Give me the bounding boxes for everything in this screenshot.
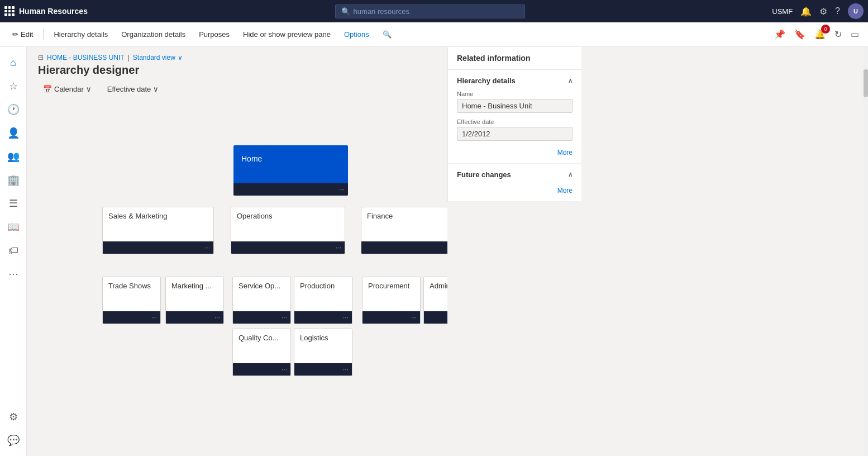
effective-date-field-group: Effective date 1/2/2012 [457,118,573,141]
future-changes-more-link[interactable]: More [557,187,573,194]
sidebar-item-recent[interactable]: 🕐 [2,98,25,121]
name-value: Home - Business Unit [457,99,573,113]
effective-date-label: Effective date [457,118,573,125]
node-home-dots[interactable]: ··· [339,186,345,193]
node-procurement-footer: ··· [363,311,420,324]
node-home-footer: ··· [233,183,348,196]
calendar-filter[interactable]: 📅 Calendar ∨ [38,82,97,96]
hierarchy-more-link[interactable]: More [557,149,573,156]
pin-button[interactable]: 📌 [772,27,788,42]
node-trade-shows-footer: ··· [103,311,160,324]
node-home[interactable]: Home ··· [233,145,348,196]
hierarchy-details-button[interactable]: Hierarchy details [48,27,113,42]
sidebar-item-home[interactable]: ⌂ [2,51,25,74]
node-sales-marketing[interactable]: Sales & Marketing ··· [102,207,214,254]
node-logistics-footer: ··· [294,363,352,376]
future-changes-section-title[interactable]: Future changes ∧ [457,170,573,179]
search-button[interactable]: 🔍 [377,27,397,42]
right-panel-wrapper: Related information Hierarchy details ∧ … [447,47,868,456]
related-information-header: Related information [448,47,581,70]
node-trade-shows-dots[interactable]: ··· [151,314,157,321]
page-title: Hierarchy designer [38,64,436,77]
sidebar-item-favorites[interactable]: ☆ [2,75,25,97]
effective-date-filter[interactable]: Effective date ∨ [102,82,164,96]
refresh-button[interactable]: ↻ [832,27,844,42]
separator [43,29,44,40]
minimize-button[interactable]: ▭ [848,27,861,42]
sidebar-item-more[interactable]: ⋯ [2,263,25,285]
node-trade-shows[interactable]: Trade Shows ··· [102,277,161,324]
organization-details-button[interactable]: Organization details [116,27,191,42]
breadcrumb: ⊟ HOME - BUSINESS UNIT | Standard view ∨ [38,54,436,61]
node-logistics[interactable]: Logistics ··· [294,329,352,376]
node-operations[interactable]: Operations ··· [231,207,345,254]
sidebar-item-people[interactable]: 👤 [2,122,25,144]
waffle-icon[interactable] [4,6,15,16]
node-administration-footer: ··· [424,311,447,324]
node-quality-control[interactable]: Quality Co... ··· [232,329,291,376]
node-marketing-label: Marketing ... [166,277,223,293]
sidebar-item-list[interactable]: ☰ [2,192,25,215]
node-marketing[interactable]: Marketing ... ··· [165,277,224,324]
search-icon: 🔍 [341,7,350,16]
command-bar-right: 📌 🔖 🔔 0 ↻ ▭ [772,27,861,42]
purposes-button[interactable]: Purposes [193,27,235,42]
future-changes-section: Future changes ∧ More [448,164,581,202]
edit-icon: ✏ [12,30,18,39]
options-button[interactable]: Options [338,27,375,42]
node-procurement-dots[interactable]: ··· [411,314,417,321]
node-administration-label: Administra... [424,277,447,293]
node-service-ops[interactable]: Service Op... ··· [232,277,291,324]
breadcrumb-sep: | [128,54,130,61]
node-operations-footer: ··· [231,241,345,254]
node-logistics-dots[interactable]: ··· [343,365,349,373]
node-production[interactable]: Production ··· [294,277,352,324]
sidebar-item-book[interactable]: 📖 [2,216,25,238]
node-sales-footer: ··· [103,241,213,254]
node-production-label: Production [294,277,352,293]
sidebar-item-settings[interactable]: ⚙ [2,406,25,428]
avatar[interactable]: U [848,3,864,19]
node-administration[interactable]: Administra... ··· [423,277,447,324]
command-bar-left: ✏ Edit Hierarchy details Organization de… [7,27,397,42]
sidebar-item-help2[interactable]: 💬 [2,429,25,452]
hierarchy-canvas: Home ··· Sales & Marketing ··· Operation… [27,101,447,456]
future-changes-chevron: ∧ [568,171,573,178]
bookmark-button[interactable]: 🔖 [792,27,808,42]
help-icon[interactable]: ? [835,6,840,16]
calendar-chevron: ∨ [86,85,92,93]
sidebar-item-org[interactable]: 🏢 [2,169,25,191]
hide-preview-button[interactable]: Hide or show preview pane [237,27,336,42]
bell-icon[interactable]: 🔔 [800,6,812,17]
node-procurement[interactable]: Procurement ··· [362,277,421,324]
sidebar-item-tag[interactable]: 🏷 [2,239,25,262]
node-service-ops-dots[interactable]: ··· [282,314,287,321]
node-operations-label: Operations [231,207,345,224]
search-bar[interactable]: 🔍 human resources [335,4,525,18]
node-marketing-dots[interactable]: ··· [214,314,220,321]
hierarchy-details-section-title[interactable]: Hierarchy details ∧ [457,77,573,85]
filter-icon[interactable]: ⊟ [38,54,44,61]
content-area: ⊟ HOME - BUSINESS UNIT | Standard view ∨… [27,47,447,456]
sidebar: ⌂ ☆ 🕐 👤 👥 🏢 ☰ 📖 🏷 ⋯ ⚙ 💬 [0,47,27,456]
view-selector[interactable]: Standard view ∨ [133,54,183,61]
search-placeholder: human resources [354,7,409,16]
node-logistics-label: Logistics [294,329,352,345]
page-header: ⊟ HOME - BUSINESS UNIT | Standard view ∨… [27,47,447,101]
name-label: Name [457,91,573,97]
sidebar-item-groups[interactable]: 👥 [2,145,25,168]
node-production-footer: ··· [294,311,352,324]
hierarchy-details-chevron: ∧ [568,77,573,84]
notification-badge: 🔔 0 [812,27,828,42]
node-service-ops-footer: ··· [233,311,290,324]
node-sales-dots[interactable]: ··· [204,244,210,251]
breadcrumb-link[interactable]: HOME - BUSINESS UNIT [47,54,125,61]
node-quality-control-dots[interactable]: ··· [282,365,287,373]
node-service-ops-label: Service Op... [233,277,290,293]
node-quality-control-footer: ··· [233,363,290,376]
node-production-dots[interactable]: ··· [343,314,349,321]
edit-button[interactable]: ✏ Edit [7,27,39,42]
node-finance[interactable]: Finance ··· [361,207,447,254]
gear-icon[interactable]: ⚙ [819,6,827,17]
node-operations-dots[interactable]: ··· [336,244,341,251]
